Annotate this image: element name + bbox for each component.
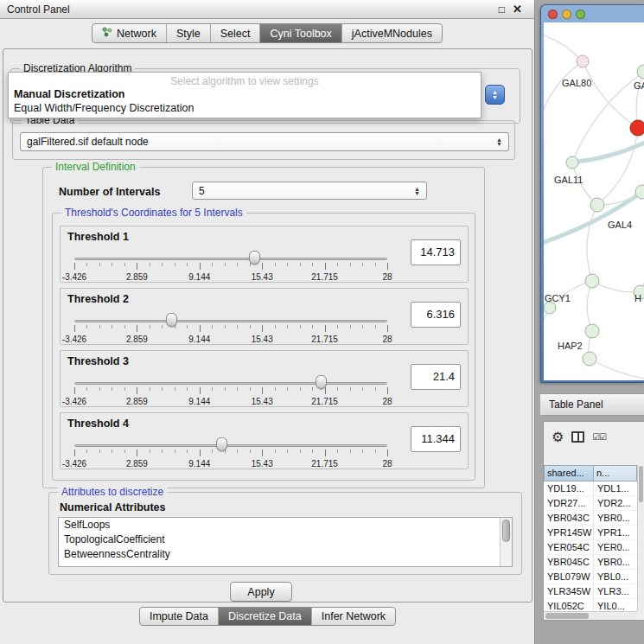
slider-track[interactable]: [74, 444, 387, 447]
gear-icon[interactable]: ⚙: [552, 429, 564, 445]
slider-track[interactable]: [74, 320, 387, 322]
attribute-list-item[interactable]: SelfLoops: [59, 518, 512, 532]
network-node[interactable]: [577, 55, 589, 67]
network-edge[interactable]: [590, 359, 644, 380]
network-node[interactable]: [583, 352, 596, 366]
tick-mark: [312, 450, 313, 453]
bottom-tabbar: Impute Data Discretize Data Infer Networ…: [0, 607, 535, 626]
network-node[interactable]: [585, 274, 599, 288]
bottom-tab-infer-network[interactable]: Infer Network: [311, 608, 395, 625]
tab-select[interactable]: Select: [210, 24, 260, 42]
slider-track[interactable]: [74, 258, 387, 260]
table-row[interactable]: YIL052CYIL0...: [544, 599, 637, 611]
table-columns-icon[interactable]: [571, 431, 584, 443]
scrollbar-thumb[interactable]: [639, 466, 643, 502]
list-scrollbar[interactable]: [500, 518, 512, 566]
column-header-name[interactable]: n...: [594, 465, 637, 481]
tick-label: 15.43: [252, 272, 273, 282]
tick-mark: [162, 450, 163, 453]
table-row[interactable]: YDR27...YDR2...: [544, 496, 637, 511]
network-edge[interactable]: [544, 31, 583, 61]
table-row[interactable]: YPR145WYPR1...: [544, 526, 637, 540]
dropdown-option-manual-discretization[interactable]: Manual Discretization: [9, 87, 481, 101]
threshold-value-field[interactable]: 6.316: [411, 302, 461, 328]
network-node[interactable]: [566, 156, 578, 169]
threshold-slider[interactable]: -3.426 2.859 9.144 15.43 21.715 28: [74, 372, 387, 406]
slider-thumb[interactable]: [316, 375, 327, 389]
table-row[interactable]: YER054CYER0...: [544, 540, 637, 555]
threshold-value-field[interactable]: 21.4: [411, 364, 461, 390]
network-node[interactable]: [585, 324, 599, 338]
tick-mark: [162, 387, 163, 391]
tab-cyni-toolbox[interactable]: Cyni Toolbox: [259, 24, 341, 42]
network-edge[interactable]: [544, 308, 550, 380]
scrollbar-thumb[interactable]: [502, 520, 510, 542]
num-intervals-combo[interactable]: 5 ▲ ▼: [192, 182, 427, 200]
tick-mark: [350, 450, 351, 453]
network-node[interactable]: [590, 198, 604, 212]
tick-mark: [74, 325, 75, 332]
network-node[interactable]: [630, 120, 644, 136]
attributes-list[interactable]: SelfLoopsTopologicalCoefficientBetweenne…: [58, 517, 513, 567]
tab-jactivemnodules[interactable]: jActiveMNodules: [341, 24, 442, 42]
slider-thumb[interactable]: [166, 313, 177, 327]
tick-mark: [175, 263, 175, 266]
threshold-value-field[interactable]: 14.713: [411, 239, 461, 265]
column-header-shared-name[interactable]: shared...: [544, 465, 594, 481]
bottom-tab-impute-data[interactable]: Impute Data: [140, 608, 218, 625]
network-edge[interactable]: [592, 281, 641, 292]
tick-mark: [287, 325, 288, 328]
network-edge[interactable]: [641, 192, 644, 292]
group-title: Attributes to discretize: [58, 486, 167, 498]
attribute-list-item[interactable]: BetweennessCentrality: [59, 547, 512, 562]
threshold-panel-3: Threshold 3 -3.426 2.859 9.144 15.43 21.…: [60, 350, 469, 407]
traffic-light-zoom[interactable]: [576, 10, 585, 19]
slider-thumb[interactable]: [249, 251, 260, 265]
traffic-light-close[interactable]: [548, 10, 558, 19]
network-canvas[interactable]: GAL80GAGAL11GAL4GCY1HAP2H: [544, 22, 644, 380]
network-node[interactable]: [544, 302, 556, 314]
restore-icon[interactable]: □: [499, 4, 505, 15]
table-row[interactable]: YDL19...YDL1...: [544, 481, 637, 496]
network-edge[interactable]: [544, 61, 583, 152]
tick-label: 15.43: [252, 397, 273, 406]
threshold-slider[interactable]: -3.426 2.859 9.144 15.43 21.715 28: [74, 434, 387, 469]
tick-mark: [287, 387, 288, 391]
tick-mark: [325, 450, 326, 456]
tab-label: jActiveMNodules: [352, 28, 432, 40]
table-row[interactable]: YBR043CYBR0...: [544, 511, 637, 526]
scrollbar-thumb[interactable]: [545, 613, 589, 619]
table-horizontal-scrollbar[interactable]: [544, 611, 637, 620]
slider-track[interactable]: [74, 382, 387, 385]
table-data-combo[interactable]: galFiltered.sif default node ▲ ▼: [20, 132, 509, 151]
apply-button[interactable]: Apply: [230, 582, 292, 602]
table-row[interactable]: YBR045CYBR0...: [544, 555, 637, 570]
table-row[interactable]: YLR345WYLR3...: [544, 584, 637, 599]
threshold-slider[interactable]: -3.426 2.859 9.144 15.43 21.715 28: [74, 247, 387, 282]
network-edge[interactable]: [583, 61, 638, 128]
tick-mark: [137, 387, 137, 394]
control-panel-window: Control Panel □ ✕ Network: [0, 0, 535, 644]
close-icon[interactable]: ✕: [513, 3, 522, 15]
network-edge[interactable]: [597, 128, 638, 205]
threshold-slider[interactable]: -3.426 2.859 9.144 15.43 21.715 28: [74, 309, 387, 344]
bottom-tab-discretize-data[interactable]: Discretize Data: [218, 608, 311, 625]
slider-thumb[interactable]: [216, 437, 227, 451]
dropdown-option-equal-width-frequency[interactable]: Equal Width/Frequency Discretization: [9, 101, 481, 115]
attribute-list-item[interactable]: TopologicalCoefficient: [59, 532, 512, 547]
tick-mark: [200, 450, 201, 456]
column-checks-icon[interactable]: ☑☑: [592, 432, 606, 442]
tab-style[interactable]: Style: [166, 24, 210, 42]
algorithm-combo-stepper[interactable]: ▲ ▼: [485, 85, 505, 105]
tick-mark: [300, 263, 301, 266]
tab-network[interactable]: Network: [92, 24, 166, 42]
threshold-value-field[interactable]: 11.344: [411, 426, 461, 452]
table-vertical-scrollbar[interactable]: [637, 465, 644, 611]
tab-label: Impute Data: [150, 610, 208, 622]
network-edge[interactable]: [587, 205, 597, 281]
table-row[interactable]: YBL079WYBL0...: [544, 570, 637, 584]
traffic-light-minimize[interactable]: [562, 10, 571, 19]
tick-mark: [250, 325, 251, 328]
network-edge[interactable]: [587, 281, 592, 331]
window-title: Control Panel: [7, 3, 70, 16]
